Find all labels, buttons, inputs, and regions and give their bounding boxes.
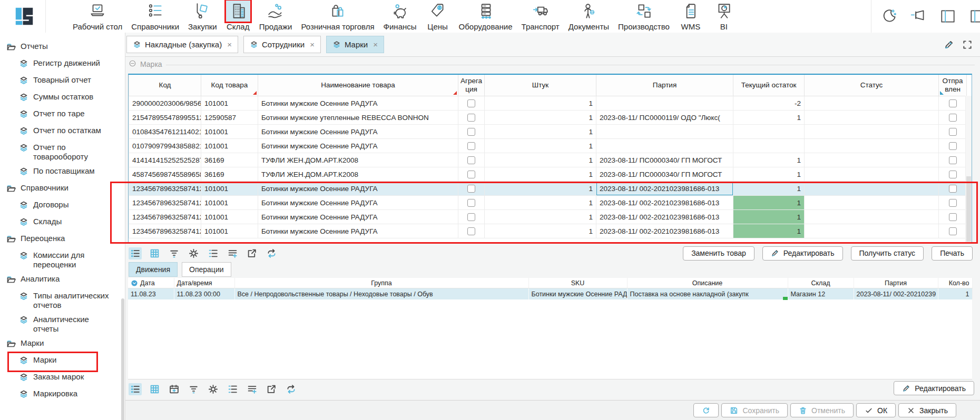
sidebar-item-references[interactable]: Справочники	[0, 183, 125, 195]
sidebar-scrollbar[interactable]	[121, 298, 124, 420]
table-row[interactable]: 11.08.2311.08.23 00:00Все / Непродовольс…	[128, 288, 972, 300]
column-header[interactable]: Кол-во	[938, 278, 972, 288]
checkbox[interactable]	[949, 171, 957, 178]
topbar-button-theme[interactable]	[880, 7, 898, 25]
menu-item-warehouse[interactable]: Склад	[226, 0, 250, 31]
marks-table-scrollbar[interactable]	[965, 96, 972, 243]
column-header[interactable]: Описание	[627, 278, 788, 288]
checkbox[interactable]	[467, 114, 475, 122]
sidebar-item-revaluation[interactable]: Переоценка	[0, 234, 125, 246]
checkbox[interactable]	[949, 156, 957, 164]
topbar-button-announce[interactable]	[909, 7, 927, 25]
table-row[interactable]: 123456789632587412369874101001Ботинки му…	[129, 182, 967, 196]
column-header[interactable]: Партия	[854, 278, 938, 288]
checkbox[interactable]	[949, 114, 957, 122]
tab-close-icon[interactable]: ×	[227, 41, 232, 48]
grid-tool-numbered-list[interactable]	[207, 247, 220, 259]
sidebar-item-balance-report[interactable]: Отчет по остаткам	[0, 126, 125, 138]
table-row[interactable]: 2900000203006/9856874584101001Ботинки му…	[129, 96, 967, 111]
menu-item-purchases[interactable]: Закупки	[188, 0, 217, 31]
grid-tool-rows-view[interactable]	[129, 247, 142, 259]
column-header[interactable]: Наименование товара	[258, 75, 458, 96]
grid-tool-filter[interactable]	[187, 383, 200, 395]
menu-item-transport[interactable]: Транспорт	[522, 0, 560, 31]
tab-close-icon[interactable]: ×	[373, 41, 378, 48]
menu-item-prices[interactable]: Цены	[426, 0, 450, 31]
sidebar-item-warehouses[interactable]: Склады	[0, 217, 125, 229]
column-header[interactable]: Отправлен	[939, 75, 967, 96]
checkbox[interactable]	[949, 142, 957, 150]
sidebar-item-turnover-report[interactable]: Отчет по товарообороту	[0, 143, 125, 162]
sidebar-item-analytic-reports[interactable]: Аналитические отчеты	[0, 315, 125, 334]
column-header[interactable]: Агрегация	[458, 75, 485, 96]
column-header[interactable]: Дата/время	[174, 278, 234, 288]
collapse-group-icon[interactable]	[129, 59, 136, 69]
column-header[interactable]: Код	[129, 75, 201, 96]
tabbar-button-maximize[interactable]	[962, 39, 973, 50]
menu-item-finance[interactable]: Финансы	[384, 0, 417, 31]
sidebar-item-goods-report[interactable]: Товарный отчет	[0, 75, 125, 87]
checkbox[interactable]	[949, 99, 957, 107]
tab-invoices-purchase[interactable]: Накладные (закупка)×	[126, 36, 238, 53]
sidebar-item-mark-orders[interactable]: Заказы марок	[0, 372, 125, 384]
checkbox[interactable]	[467, 156, 475, 164]
grid-tool-calendar[interactable]	[168, 383, 181, 395]
grid-tool-reload[interactable]	[265, 247, 278, 259]
table-row[interactable]: 123456789632587412369874101001Ботинки му…	[129, 196, 967, 210]
table-row[interactable]: 123456789632587412369874101001Ботинки му…	[129, 224, 967, 238]
checkbox[interactable]	[949, 185, 957, 193]
checkbox[interactable]	[467, 142, 475, 150]
ok-button[interactable]: ОК	[856, 403, 896, 417]
menu-item-documents[interactable]: Документы	[569, 0, 609, 31]
grid-tool-add-row[interactable]	[246, 383, 259, 395]
sidebar-item-marks[interactable]: Марки	[0, 355, 125, 367]
sidebar-item-marks-folder[interactable]: Марки	[0, 338, 125, 351]
column-header[interactable]: Код товара	[201, 75, 258, 96]
column-header[interactable]: Текущий остаток	[733, 75, 805, 96]
edit-button[interactable]: Редактировать	[762, 246, 843, 261]
refresh-button[interactable]	[693, 403, 719, 417]
menu-item-retail[interactable]: Розничная торговля	[301, 0, 374, 31]
checkbox[interactable]	[467, 213, 475, 221]
grid-tool-add-row[interactable]	[226, 247, 239, 259]
topbar-button-panel-right[interactable]	[968, 7, 980, 25]
cancel-button[interactable]: Отменить	[790, 403, 854, 417]
tabbar-button-edit[interactable]	[944, 39, 954, 50]
grid-tool-numbered-list[interactable]	[226, 383, 239, 395]
replace-item-button[interactable]: Заменить товар	[683, 246, 754, 261]
topbar-button-panel-left[interactable]	[939, 7, 957, 25]
checkbox[interactable]	[467, 199, 475, 207]
close-button[interactable]: Закрыть	[898, 403, 956, 417]
sidebar-item-by-suppliers[interactable]: По поставщикам	[0, 166, 125, 178]
sidebar-item-marking[interactable]: Маркировка	[0, 389, 125, 401]
column-header[interactable]: SKU	[528, 278, 627, 288]
tab-close-icon[interactable]: ×	[310, 41, 315, 48]
grid-tool-grid-view[interactable]	[148, 247, 161, 259]
grid-tool-settings[interactable]	[187, 247, 200, 259]
sidebar-item-revaluation-commissions[interactable]: Комиссии для переоценки	[0, 251, 125, 269]
sidebar-item-analytic-report-types[interactable]: Типы аналитических отчетов	[0, 291, 125, 310]
grid-tool-grid-view[interactable]	[148, 383, 161, 395]
save-button[interactable]: Сохранить	[721, 403, 788, 417]
grid-tool-reload[interactable]	[285, 383, 298, 395]
edit-button[interactable]: Редактировать	[894, 381, 974, 395]
grid-tool-rows-view[interactable]	[129, 383, 142, 395]
checkbox[interactable]	[467, 171, 475, 178]
grid-tool-open-external[interactable]	[246, 247, 259, 259]
checkbox[interactable]	[467, 128, 475, 136]
column-header[interactable]: Склад	[788, 278, 854, 288]
column-header[interactable]: Партия	[596, 75, 733, 96]
checkbox[interactable]	[949, 213, 957, 221]
grid-tool-filter[interactable]	[168, 247, 181, 259]
sidebar-item-reports[interactable]: Отчеты	[0, 42, 125, 54]
menu-item-equipment[interactable]: Оборудование	[459, 0, 513, 31]
table-row[interactable]: 41414141525252528745874536169ТУФЛИ ЖЕН.Д…	[129, 153, 967, 167]
tab-marks[interactable]: Марки×	[326, 36, 384, 53]
menu-item-wms[interactable]: WMS	[679, 0, 703, 31]
menu-item-production[interactable]: Производство	[618, 0, 670, 31]
table-row[interactable]: 0107909799438588212jJhU9g101001Ботинки м…	[129, 139, 967, 153]
table-row[interactable]: 123456789632587412369874101001Ботинки му…	[129, 210, 967, 224]
sidebar-item-movement-register[interactable]: Регистр движений	[0, 58, 125, 71]
scrollbar-thumb[interactable]	[966, 176, 971, 242]
detail-tab-operations[interactable]: Операции	[182, 262, 231, 277]
